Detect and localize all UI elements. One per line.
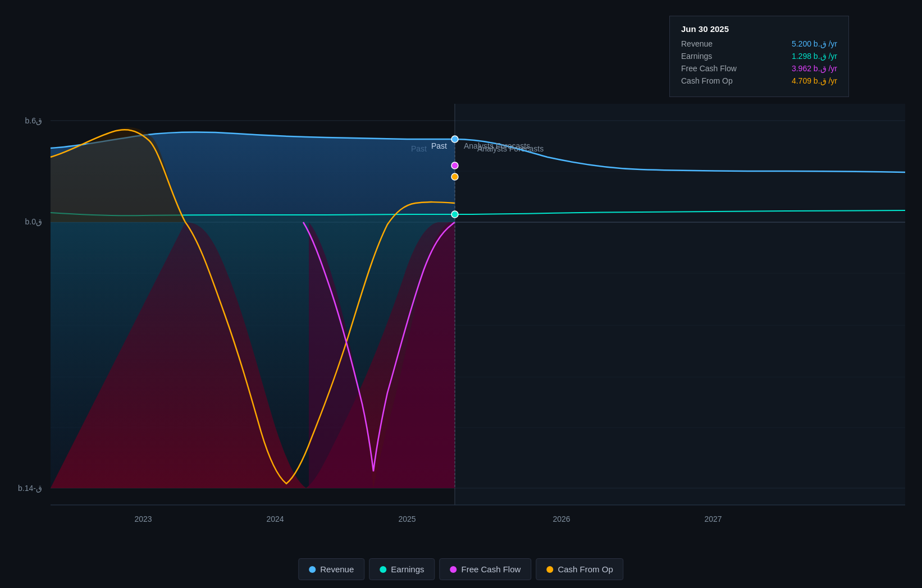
legend-label-revenue: Revenue [320, 564, 354, 574]
tooltip-label-earnings: Earnings [681, 52, 712, 61]
past-text: Past [431, 141, 447, 150]
tooltip-value-earnings: 1.298 b.ق /yr [792, 52, 837, 61]
tooltip-row-earnings: Earnings 1.298 b.ق /yr [681, 52, 837, 61]
legend-label-earnings: Earnings [391, 564, 424, 574]
tooltip-row-fcf: Free Cash Flow 3.962 b.ق /yr [681, 64, 837, 73]
tooltip-row-cashop: Cash From Op 4.709 b.ق /yr [681, 76, 837, 85]
tooltip-label-revenue: Revenue [681, 39, 713, 48]
tooltip-label-cashop: Cash From Op [681, 76, 733, 85]
chart-container: b.6ق b.0ق b.14-ق 2023 2024 2025 2026 202… [0, 0, 922, 588]
legend-dot-fcf [450, 566, 457, 573]
legend: Revenue Earnings Free Cash Flow Cash Fro… [298, 558, 623, 580]
cashop-dot [451, 173, 458, 180]
y-label-0: b.0ق [25, 217, 42, 227]
fcf-dot [451, 162, 458, 169]
legend-item-revenue[interactable]: Revenue [298, 558, 364, 580]
x-label-2027: 2027 [704, 514, 722, 523]
y-label-6: b.6ق [25, 116, 42, 126]
legend-item-earnings[interactable]: Earnings [369, 558, 435, 580]
legend-dot-revenue [309, 566, 316, 573]
tooltip: Jun 30 2025 Revenue 5.200 b.ق /yr Earnin… [669, 16, 849, 97]
y-label-neg14: b.14-ق [18, 484, 42, 493]
svg-rect-10 [455, 104, 905, 505]
x-label-2025: 2025 [398, 514, 416, 523]
tooltip-label-fcf: Free Cash Flow [681, 64, 737, 73]
x-label-2023: 2023 [134, 514, 152, 523]
legend-label-cashop: Cash From Op [558, 564, 613, 574]
legend-item-cashop[interactable]: Cash From Op [536, 558, 623, 580]
x-label-2024: 2024 [266, 514, 284, 523]
tooltip-row-revenue: Revenue 5.200 b.ق /yr [681, 39, 837, 48]
analysts-text: Analysts Forecasts [464, 141, 530, 150]
tooltip-value-fcf: 3.962 b.ق /yr [792, 64, 837, 73]
legend-label-fcf: Free Cash Flow [462, 564, 521, 574]
tooltip-value-cashop: 4.709 b.ق /yr [792, 76, 837, 85]
x-label-2026: 2026 [553, 514, 570, 523]
tooltip-value-revenue: 5.200 b.ق /yr [792, 39, 837, 48]
earnings-dot [451, 211, 458, 218]
legend-dot-cashop [546, 566, 553, 573]
tooltip-date: Jun 30 2025 [681, 24, 837, 34]
legend-item-fcf[interactable]: Free Cash Flow [440, 558, 532, 580]
revenue-dot [451, 136, 458, 143]
legend-dot-earnings [380, 566, 386, 573]
